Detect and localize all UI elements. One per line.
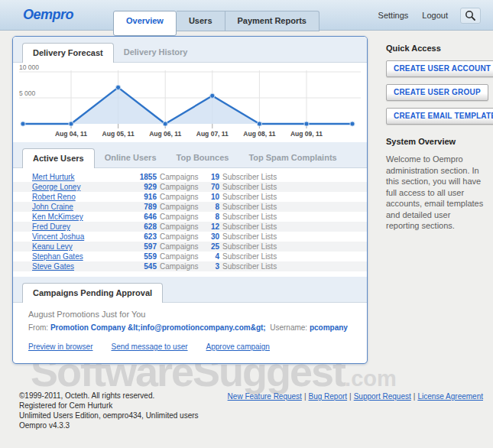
chart-point [116, 85, 121, 89]
subscriber-lists-label: Subscriber Lists [222, 262, 277, 271]
svg-text:Aug 05, 11: Aug 05, 11 [102, 130, 135, 138]
subscriber-lists-count: 19 [204, 173, 219, 181]
chart-point [69, 122, 73, 126]
footer-links: New Feature Request|Bug Report|Support R… [228, 392, 483, 401]
tab-active-users[interactable]: Active Users [22, 148, 95, 168]
tab-campaigns-pending-approval[interactable]: Campaigns Pending Approval [22, 283, 163, 303]
subscriber-lists-label: Subscriber Lists [222, 222, 277, 231]
user-link[interactable]: Keanu Levy [32, 242, 73, 251]
create-email-template-button[interactable]: CREATE EMAIL TEMPLATE [386, 108, 493, 125]
table-row: Mert Hurturk1855Campaigns19Subscriber Li… [13, 172, 367, 182]
logout-link[interactable]: Logout [422, 11, 448, 20]
campaigns-label: Campaigns [160, 262, 204, 271]
campaigns-count: 789 [120, 203, 157, 211]
send-message-to-user-link[interactable]: Send message to user [111, 342, 187, 351]
user-link[interactable]: John Craine [32, 203, 73, 211]
chart-point [257, 122, 261, 126]
user-link[interactable]: Robert Reno [32, 193, 76, 201]
subscriber-lists-label: Subscriber Lists [222, 213, 277, 221]
subscriber-lists-count: 3 [204, 262, 219, 271]
support-request-link[interactable]: Support Request [354, 392, 411, 401]
subscriber-lists-label: Subscriber Lists [222, 173, 277, 181]
user-link[interactable]: George Loney [32, 183, 80, 191]
tab-top-spam-complaints[interactable]: Top Spam Complaints [238, 148, 346, 167]
campaigns-count: 1855 [120, 173, 157, 181]
table-row: Fred Durey628Campaigns12Subscriber Lists [13, 222, 367, 232]
footer-separator: | [414, 392, 416, 401]
campaigns-label: Campaigns [160, 203, 204, 211]
chart-point [163, 122, 167, 126]
main-tab-payment-reports[interactable]: Payment Reports [225, 11, 319, 31]
active-users-table: Mert Hurturk1855Campaigns19Subscriber Li… [13, 168, 367, 277]
svg-text:Aug 09, 11: Aug 09, 11 [290, 130, 323, 138]
svg-text:10 000: 10 000 [19, 63, 39, 71]
user-link[interactable]: Mert Hurturk [32, 173, 75, 181]
page: Oempro OverviewUsersPayment Reports Sett… [0, 0, 493, 448]
delivery-forecast-chart: 5 00010 000Aug 04, 11Aug 05, 11Aug 06, 1… [13, 63, 367, 142]
table-row: Ken McKimsey646Campaigns8Subscriber List… [13, 212, 367, 222]
main-tab-users[interactable]: Users [177, 11, 225, 31]
subscriber-lists-count: 30 [204, 232, 219, 241]
campaigns-label: Campaigns [160, 213, 204, 221]
delivery-tabs: Delivery ForecastDelivery History [13, 37, 367, 63]
settings-link[interactable]: Settings [378, 11, 409, 20]
chart-point [210, 93, 215, 98]
bug-report-link[interactable]: Bug Report [309, 392, 348, 401]
top-right-nav: Settings Logout [365, 0, 481, 31]
delivery-chart-svg: 5 00010 000Aug 04, 11Aug 05, 11Aug 06, 1… [13, 63, 367, 142]
preview-in-browser-link[interactable]: Preview in browser [28, 342, 92, 351]
campaign-username-value: pcompany [310, 323, 348, 332]
app-logo: Oempro [23, 7, 73, 23]
watermark-suffix: .com [345, 366, 397, 391]
svg-text:5 000: 5 000 [19, 89, 36, 97]
user-link[interactable]: Steve Gates [32, 262, 74, 271]
user-link[interactable]: Stephan Gates [32, 252, 83, 261]
campaign-username-label: Username: [270, 323, 307, 332]
tab-delivery-forecast[interactable]: Delivery Forecast [22, 43, 114, 63]
main-tab-overview[interactable]: Overview [113, 11, 177, 36]
subscriber-lists-count: 70 [204, 183, 219, 191]
main-panel: Delivery ForecastDelivery History 5 0001… [12, 36, 368, 364]
footer-separator: | [304, 392, 307, 401]
campaigns-count: 559 [120, 252, 157, 261]
subscriber-lists-label: Subscriber Lists [222, 183, 277, 191]
campaigns-count: 646 [120, 213, 157, 221]
new-feature-request-link[interactable]: New Feature Request [228, 392, 302, 401]
footer-line: ©1999-2011, Octeth. All rights reserved. [19, 391, 199, 401]
user-link[interactable]: Fred Durey [32, 222, 70, 231]
subscriber-lists-label: Subscriber Lists [222, 252, 277, 261]
subscriber-lists-label: Subscriber Lists [222, 242, 277, 251]
campaign-pending-item: August Promotions Just for You From: Pro… [13, 303, 367, 363]
campaigns-count: 597 [120, 242, 157, 251]
tab-delivery-history[interactable]: Delivery History [114, 43, 198, 62]
subscriber-lists-count: 8 [204, 213, 219, 221]
approve-campaign-link[interactable]: Approve campaign [206, 342, 270, 351]
sidebar: Quick Access CREATE USER ACCOUNTCREATE U… [386, 44, 485, 232]
campaigns-count: 623 [120, 232, 157, 241]
search-button[interactable] [460, 8, 481, 24]
create-user-account-button[interactable]: CREATE USER ACCOUNT [386, 60, 493, 77]
footer-line: Unlimited Users Edition, oempro434, Unli… [19, 411, 199, 420]
table-row: Vincent Joshua623Campaigns30Subscriber L… [13, 232, 367, 242]
campaign-actions: Preview in browserSend message to userAp… [28, 339, 367, 352]
users-tabs: Active UsersOnline UsersTop BouncesTop S… [13, 142, 367, 168]
chart-point [21, 122, 25, 126]
campaigns-count: 628 [120, 222, 157, 231]
license-agreement-link[interactable]: License Agreement [417, 392, 483, 401]
user-link[interactable]: Vincent Joshua [32, 232, 84, 241]
campaigns-label: Campaigns [160, 183, 204, 191]
main-nav: OverviewUsersPayment Reports [113, 11, 319, 36]
create-user-group-button[interactable]: CREATE USER GROUP [386, 84, 488, 101]
campaigns-count: 916 [120, 193, 157, 201]
tab-top-bounces[interactable]: Top Bounces [167, 148, 239, 167]
footer-info: ©1999-2011, Octeth. All rights reserved.… [19, 391, 199, 430]
tab-online-users[interactable]: Online Users [95, 148, 167, 167]
campaign-from-label: From: [28, 323, 48, 332]
svg-text:Aug 06, 11: Aug 06, 11 [149, 130, 181, 138]
campaigns-count: 929 [120, 183, 157, 191]
subscriber-lists-count: 8 [204, 203, 219, 211]
user-link[interactable]: Ken McKimsey [32, 213, 83, 221]
campaigns-tab-band: Campaigns Pending Approval [13, 277, 367, 303]
subscriber-lists-label: Subscriber Lists [222, 203, 277, 211]
svg-text:Aug 04, 11: Aug 04, 11 [55, 130, 87, 138]
